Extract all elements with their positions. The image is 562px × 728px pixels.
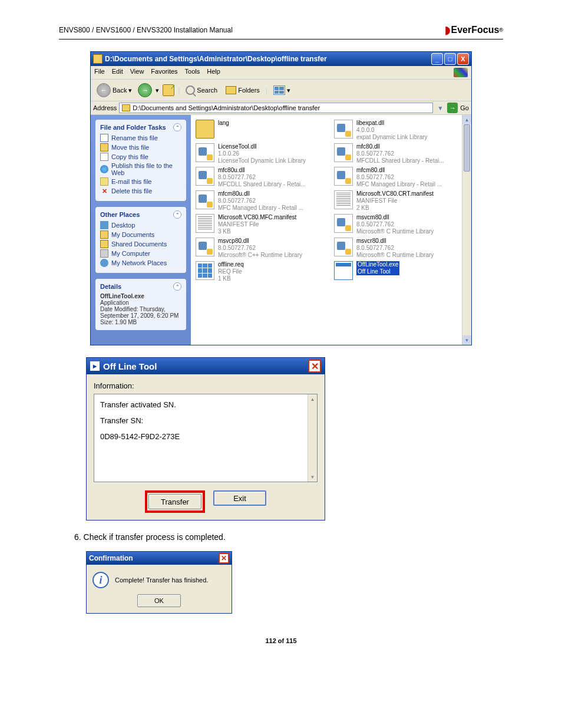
file-meta-2: Microsoft® C++ Runtime Library [218, 252, 302, 259]
dll-icon [196, 238, 214, 256]
collapse-icon[interactable]: ⌃ [173, 282, 181, 291]
place-documents-label: My Documents [111, 231, 154, 238]
file-text: mfc80.dll8.0.50727.762MFCDLL Shared Libr… [356, 143, 444, 164]
dll-icon [334, 238, 353, 256]
info-icon: i [92, 572, 109, 588]
brand-reg-mark: ® [499, 27, 503, 33]
information-textarea[interactable]: Transfer activated SN. Transfer SN: 0D89… [94, 394, 318, 482]
offline-tool-titlebar[interactable]: ▸ Off Line Tool ✕ [87, 358, 325, 374]
file-item[interactable]: mfc80.dll8.0.50727.762MFCDLL Shared Libr… [334, 143, 467, 164]
scroll-thumb[interactable] [464, 124, 470, 172]
file-item[interactable]: libexpat.dll4.0.0.0expat Dynamic Link Li… [334, 120, 467, 141]
task-delete[interactable]: ✕Delete this file [100, 187, 181, 195]
go-button[interactable]: → [447, 103, 458, 113]
menu-favorites[interactable]: Favorites [151, 68, 177, 77]
task-move-label: Move this file [111, 144, 149, 151]
collapse-icon[interactable]: ⌃ [173, 210, 181, 219]
scroll-up-icon[interactable]: ▲ [308, 394, 317, 404]
computer-icon [100, 249, 108, 258]
file-item[interactable]: msvcr80.dll8.0.50727.762Microsoft® C Run… [334, 238, 467, 259]
address-dropdown-icon[interactable]: ▼ [435, 105, 445, 111]
file-meta-2: MFCDLL Shared Library - Retai... [356, 157, 444, 164]
place-computer[interactable]: My Computer [100, 249, 181, 258]
file-item[interactable]: mfcm80u.dll8.0.50727.762MFC Managed Libr… [196, 190, 328, 212]
menu-edit[interactable]: Edit [112, 68, 123, 77]
task-copy[interactable]: Copy this file [100, 153, 181, 161]
file-name: mfcm80u.dll [218, 190, 303, 197]
ok-button[interactable]: OK [137, 594, 181, 607]
place-desktop[interactable]: Desktop [100, 221, 181, 229]
details-size: Size: 1.90 MB [100, 319, 181, 325]
place-documents[interactable]: My Documents [100, 230, 181, 239]
exit-label: Exit [233, 494, 246, 503]
confirmation-close-button[interactable]: ✕ [219, 553, 229, 564]
web-icon [100, 165, 108, 173]
file-text: msvcp80.dll8.0.50727.762Microsoft® C++ R… [218, 238, 302, 259]
exit-button[interactable]: Exit [213, 490, 266, 506]
rename-icon [100, 134, 108, 142]
place-network[interactable]: My Network Places [100, 259, 181, 267]
collapse-icon[interactable]: ⌃ [173, 123, 181, 131]
back-button[interactable]: ← Back ▾ [94, 82, 134, 98]
confirmation-message: Complete! Transfer has finished. [115, 577, 208, 584]
menu-help[interactable]: Help [207, 68, 220, 77]
address-bar: Address D:\Documents and Settings\Admini… [91, 101, 471, 115]
info-line-2: Transfer SN: [100, 416, 311, 425]
close-button[interactable]: X [457, 53, 469, 65]
maximize-button[interactable]: □ [444, 53, 456, 65]
file-text: offline.reqREQ File1 KB [218, 261, 244, 282]
search-button[interactable]: Search [183, 84, 220, 96]
forward-button[interactable]: → [138, 83, 152, 97]
file-item[interactable]: msvcm80.dll8.0.50727.762Microsoft® C Run… [334, 214, 467, 235]
file-item[interactable]: Microsoft.VC80.MFC.manifestMANIFEST File… [196, 214, 328, 235]
file-meta-2: 1 KB [218, 275, 244, 282]
task-publish[interactable]: Publish this file to the Web [100, 162, 181, 176]
file-meta-1: 8.0.50727.762 [218, 197, 303, 205]
forward-dropdown-icon[interactable]: ▾ [156, 87, 159, 94]
textarea-scrollbar[interactable]: ▲ ▼ [308, 394, 317, 482]
file-item[interactable]: mfc80u.dll8.0.50727.762MFCDLL Shared Lib… [196, 167, 328, 188]
scroll-down-icon[interactable]: ▼ [462, 335, 471, 345]
confirmation-titlebar[interactable]: Confirmation ✕ [87, 552, 232, 565]
offline-tool-close-button[interactable]: ✕ [308, 360, 321, 373]
views-button[interactable]: ▾ [271, 84, 293, 96]
task-move[interactable]: Move this file [100, 143, 181, 151]
scroll-down-icon[interactable]: ▼ [308, 472, 317, 482]
file-item[interactable]: mfcm80.dll8.0.50727.762MFC Managed Libra… [334, 167, 467, 188]
transfer-button[interactable]: Transfer [148, 494, 201, 509]
ok-label: OK [154, 597, 164, 604]
page-header: ENVS800 / ENVS1600 / ENVS3200 Installati… [59, 24, 503, 39]
task-email[interactable]: E-mail this file [100, 177, 181, 186]
menu-tools[interactable]: Tools [185, 68, 200, 77]
file-meta-1: 1.0.0.26 [218, 150, 306, 157]
file-item[interactable]: lang [196, 120, 328, 141]
confirmation-title: Confirmation [89, 554, 133, 562]
task-rename[interactable]: Rename this file [100, 134, 181, 142]
file-item[interactable]: LicenseTool.dll1.0.0.26LicenseTool Dynam… [196, 143, 328, 164]
menu-file[interactable]: File [94, 68, 105, 77]
file-item[interactable]: Microsoft.VC80.CRT.manifestMANIFEST File… [334, 190, 467, 212]
file-text: Microsoft.VC80.MFC.manifestMANIFEST File… [218, 214, 296, 235]
scroll-up-icon[interactable]: ▲ [462, 115, 471, 124]
file-name: msvcm80.dll [356, 214, 434, 221]
place-shared[interactable]: Shared Documents [100, 240, 181, 248]
file-meta-1: MANIFEST File [218, 221, 296, 228]
minimize-button[interactable]: _ [431, 53, 443, 65]
file-text: Microsoft.VC80.CRT.manifestMANIFEST File… [356, 190, 434, 212]
folders-button[interactable]: Folders [223, 85, 262, 95]
address-input[interactable]: D:\Documents and Settings\Administrator\… [119, 103, 433, 113]
explorer-titlebar[interactable]: D:\Documents and Settings\Administrator\… [91, 52, 471, 66]
file-meta-1: MANIFEST File [356, 197, 434, 205]
files-scrollbar[interactable]: ▲ ▼ [462, 115, 471, 345]
file-item[interactable]: msvcp80.dll8.0.50727.762Microsoft® C++ R… [196, 238, 328, 259]
information-label: Information: [94, 381, 318, 390]
up-folder-button[interactable] [163, 84, 174, 96]
menu-view[interactable]: View [130, 68, 144, 77]
file-item[interactable]: offline.reqREQ File1 KB [196, 261, 328, 282]
exe-icon [334, 261, 353, 280]
file-text: msvcr80.dll8.0.50727.762Microsoft® C Run… [356, 238, 434, 259]
details-filename: OffLineTool.exe [100, 293, 181, 299]
file-item[interactable]: OffLineTool.exeOff Line Tool [334, 261, 467, 282]
file-text: msvcm80.dll8.0.50727.762Microsoft® C Run… [356, 214, 434, 235]
explorer-files-pane[interactable]: langlibexpat.dll4.0.0.0expat Dynamic Lin… [191, 115, 471, 345]
